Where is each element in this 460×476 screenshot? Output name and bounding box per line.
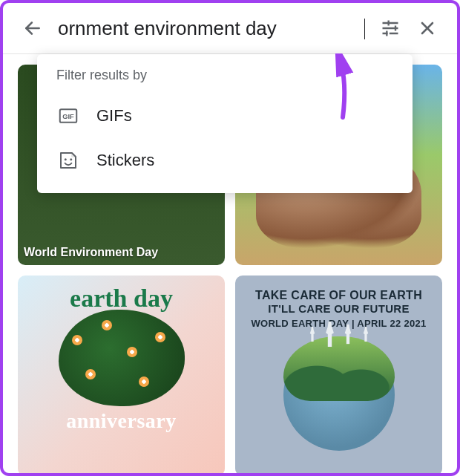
filter-option-gifs[interactable]: GIF GIFs — [52, 94, 398, 138]
card-caption: World Environment Day — [24, 246, 158, 259]
result-card[interactable]: earth day anniversary — [18, 276, 225, 476]
tune-icon[interactable] — [378, 16, 402, 40]
svg-text:GIF: GIF — [62, 113, 74, 120]
card-subtitle: anniversary — [66, 409, 177, 433]
card-line: TAKE CARE OF OUR EARTH — [255, 289, 422, 302]
filter-option-label: GIFs — [96, 106, 132, 125]
svg-rect-3 — [386, 31, 387, 36]
card-title: earth day — [70, 284, 173, 313]
svg-rect-1 — [388, 21, 390, 26]
card-line: IT'LL CARE OUR FUTURE — [268, 302, 409, 315]
filter-option-label: Stickers — [96, 151, 154, 170]
filter-option-stickers[interactable]: Stickers — [52, 138, 398, 183]
bush-graphic — [59, 310, 185, 406]
filter-dropdown: Filter results by GIF GIFs Stickers — [37, 54, 413, 193]
close-icon[interactable] — [415, 16, 439, 40]
svg-rect-2 — [395, 26, 396, 31]
globe-graphic — [283, 339, 395, 451]
result-card[interactable]: TAKE CARE OF OUR EARTH IT'LL CARE OUR FU… — [235, 276, 442, 476]
gif-icon: GIF — [56, 104, 80, 128]
sticker-icon — [56, 149, 80, 172]
search-bar: ornment environment day — [3, 3, 457, 54]
back-icon[interactable] — [21, 16, 45, 40]
svg-point-9 — [70, 158, 72, 160]
search-input[interactable]: ornment environment day — [58, 17, 365, 40]
dropdown-title: Filter results by — [56, 68, 393, 83]
svg-point-8 — [65, 158, 67, 160]
